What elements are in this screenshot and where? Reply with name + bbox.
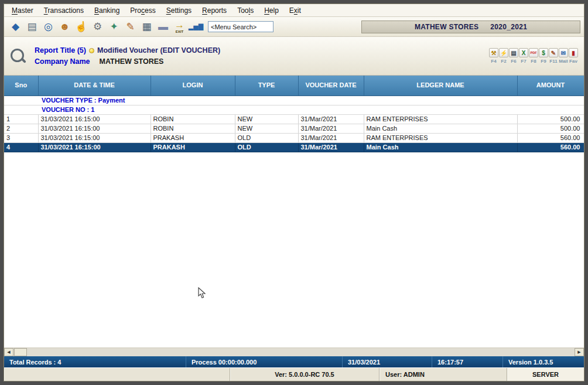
- action-key-label: Mail: [559, 59, 568, 64]
- bottom-bar: Ver: 5.0.0.0-RC 70.5 User: ADMIN SERVER: [4, 367, 584, 381]
- edit-icon[interactable]: ✎: [549, 48, 558, 57]
- bottom-empty-segment: [4, 368, 230, 381]
- action-key-label: F4: [491, 59, 496, 64]
- bottom-user: User: ADMIN: [380, 368, 507, 381]
- action-key-label: F11: [549, 59, 557, 64]
- menu-master[interactable]: Master: [6, 5, 39, 16]
- action-key-label: F7: [521, 59, 526, 64]
- excel-icon[interactable]: X: [519, 48, 528, 57]
- column-header[interactable]: LEDGER NAME: [364, 76, 517, 96]
- print-icon[interactable]: ▤: [24, 19, 40, 35]
- scroll-left-button[interactable]: ◀: [4, 348, 13, 356]
- action-key-label: Fav: [569, 59, 577, 64]
- action-f4: ⚒F4: [489, 48, 498, 64]
- print-icon[interactable]: ▤: [509, 48, 518, 57]
- company-badge-year: 2020_2021: [490, 23, 527, 31]
- menu-search: [208, 21, 274, 33]
- report-title-label: Report Title (5): [35, 46, 86, 54]
- group-header-row: VOUCHER TYPE : Payment: [4, 96, 584, 105]
- menu-process[interactable]: Process: [125, 5, 160, 16]
- report-actions: ⚒F4⚡F2▤F6XF7PDFF8$F9✎F11✉Mail▮Fav: [488, 48, 578, 64]
- status-date: 31/03/2021: [343, 356, 432, 367]
- toolbar: ◆▤◎☻☝⚙✦✎▦▬→EXIT▂▅▇ MATHEW STORES 2020_20…: [4, 17, 584, 37]
- exit-icon[interactable]: →EXIT: [172, 19, 187, 35]
- tools-icon[interactable]: ⚒: [489, 48, 498, 57]
- table-row[interactable]: 331/03/2021 16:15:00PRAKASHOLD31/Mar/202…: [4, 133, 584, 142]
- filter-icon[interactable]: ⚡: [499, 48, 508, 57]
- menu-help[interactable]: Help: [259, 5, 284, 16]
- mail-icon[interactable]: ✉: [559, 48, 568, 57]
- new-voucher-icon[interactable]: ◆: [8, 19, 23, 35]
- app-window: MasterTransactionsBankingProcessSettings…: [4, 4, 584, 381]
- search-icon[interactable]: [10, 48, 26, 64]
- company-badge: MATHEW STORES 2020_2021: [361, 21, 580, 33]
- find-icon[interactable]: ◎: [40, 19, 56, 35]
- bottom-app-version: Ver: 5.0.0.0-RC 70.5: [230, 368, 380, 381]
- users-icon[interactable]: ☻: [57, 19, 73, 35]
- menu-search-input[interactable]: [208, 21, 274, 32]
- toolbar-icons: ◆▤◎☻☝⚙✦✎▦▬→EXIT▂▅▇: [8, 19, 204, 35]
- horizontal-scrollbar[interactable]: ◀ ▶: [4, 347, 584, 356]
- action-key-label: F9: [541, 59, 546, 64]
- column-header[interactable]: DATE & TIME: [38, 76, 151, 96]
- menu-settings[interactable]: Settings: [161, 5, 197, 16]
- status-process-time: Process 00:00:00.000: [186, 356, 343, 367]
- touch-icon[interactable]: ☝: [73, 19, 89, 35]
- menu-exit[interactable]: Exit: [284, 5, 306, 16]
- action-f7: XF7: [519, 48, 528, 64]
- currency-calc-icon[interactable]: $: [539, 48, 548, 57]
- menu-bar: MasterTransactionsBankingProcessSettings…: [4, 4, 584, 17]
- report-table: SnoDATE & TIMELOGINTYPEVOUCHER DATELEDGE…: [4, 76, 584, 152]
- company-badge-name: MATHEW STORES: [415, 23, 478, 31]
- table-row[interactable]: 231/03/2021 16:15:00ROBINNEW31/Mar/2021M…: [4, 124, 584, 133]
- column-header[interactable]: VOUCHER DATE: [298, 76, 364, 96]
- company-name-line: Company Name MATHEW STORES: [35, 57, 220, 66]
- action-f9: $F9: [539, 48, 548, 64]
- menu-transactions[interactable]: Transactions: [39, 5, 89, 16]
- status-bar: Total Records : 4 Process 00:00:00.000 3…: [4, 356, 584, 367]
- bulb-icon: [89, 48, 94, 53]
- scrollbar-thumb[interactable]: [14, 348, 27, 356]
- scroll-right-button[interactable]: ▶: [575, 348, 584, 356]
- status-total-records: Total Records : 4: [4, 356, 186, 367]
- action-key-label: F2: [501, 59, 506, 64]
- table-empty-area: [4, 152, 584, 348]
- report-title-value: Modified Voucher (EDIT VOUCHER): [97, 46, 220, 54]
- edit-icon[interactable]: ✎: [122, 19, 138, 35]
- action-key-label: F8: [531, 59, 536, 64]
- report-table-area: SnoDATE & TIMELOGINTYPEVOUCHER DATELEDGE…: [4, 76, 584, 356]
- screen: { "menu_bar": { "items": [ {"label": "Ma…: [0, 0, 588, 385]
- calculator-icon[interactable]: ▦: [139, 19, 155, 35]
- chart-icon[interactable]: ▂▅▇: [188, 19, 204, 35]
- column-header[interactable]: TYPE: [235, 76, 298, 96]
- report-header-text: Report Title (5) Modified Voucher (EDIT …: [35, 46, 220, 66]
- network-icon[interactable]: ✦: [106, 19, 122, 35]
- status-version: Version 1.0.3.5: [503, 356, 584, 367]
- column-header[interactable]: LOGIN: [151, 76, 235, 96]
- favorite-icon[interactable]: ▮: [569, 48, 578, 57]
- status-time: 16:17:57: [432, 356, 503, 367]
- action-f8: PDFF8: [529, 48, 538, 64]
- pdf-icon[interactable]: PDF: [529, 48, 538, 57]
- action-f2: ⚡F2: [499, 48, 508, 64]
- table-header-row: SnoDATE & TIMELOGINTYPEVOUCHER DATELEDGE…: [4, 76, 584, 96]
- scrollbar-track[interactable]: [27, 348, 575, 356]
- table-body: VOUCHER TYPE : PaymentVOUCHER NO : 1131/…: [4, 96, 584, 152]
- company-name-value: MATHEW STORES: [99, 57, 163, 66]
- payment-card-icon[interactable]: ▬: [155, 19, 171, 35]
- action-fav: ▮Fav: [569, 48, 578, 64]
- action-mail: ✉Mail: [559, 48, 568, 64]
- menu-banking[interactable]: Banking: [89, 5, 125, 16]
- group-header-row: VOUCHER NO : 1: [4, 105, 584, 114]
- report-title-line: Report Title (5) Modified Voucher (EDIT …: [35, 46, 220, 54]
- table-row[interactable]: 131/03/2021 16:15:00ROBINNEW31/Mar/2021R…: [4, 114, 584, 124]
- menu-tools[interactable]: Tools: [232, 5, 259, 16]
- action-f11: ✎F11: [549, 48, 558, 64]
- settings-icon[interactable]: ⚙: [90, 19, 105, 35]
- bottom-server: SERVER: [507, 368, 584, 381]
- report-header: Report Title (5) Modified Voucher (EDIT …: [4, 37, 584, 76]
- table-row[interactable]: 431/03/2021 16:15:00PRAKASHOLD31/Mar/202…: [4, 142, 584, 152]
- column-header[interactable]: AMOUNT: [517, 76, 584, 96]
- menu-reports[interactable]: Reports: [197, 5, 232, 16]
- column-header[interactable]: Sno: [4, 76, 38, 96]
